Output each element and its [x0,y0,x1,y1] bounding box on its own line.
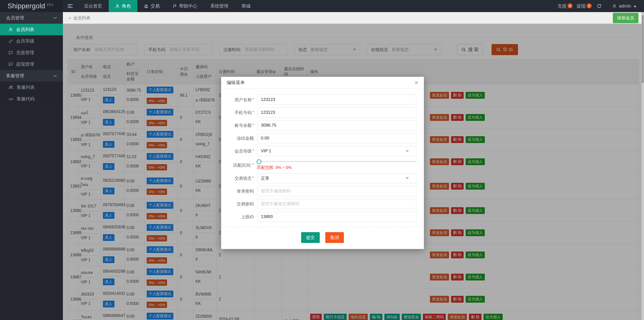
frozen-label: 冻结金额 [237,136,254,141]
sidebar-item-member-level[interactable]: 会员等级 [0,35,63,47]
trade-status-label: 交易状态 [234,176,252,181]
chevron-down-icon [53,17,57,19]
required-asterisk: * [252,110,254,114]
member-level-select[interactable]: VIP 1 [257,146,416,156]
submit-button[interactable]: 提交 [301,232,320,243]
flag-icon [173,4,177,8]
admin-username: admin [619,4,631,9]
breadcrumb-bar: » 会员列表 添加会员 [63,12,644,24]
parent-id-label: 上级ID [241,215,254,219]
username-field[interactable] [257,95,416,105]
login-password-field[interactable] [257,186,416,196]
modal-title: 编辑菜单 [227,80,245,86]
required-asterisk: * [252,175,254,180]
member-level-value: VIP 1 [261,149,271,154]
top-bar: Shippergold V3.0 后台首页 角色 交易 帮助中心 系统管理 商城… [0,0,644,12]
person-icon [115,4,119,8]
person-icon [612,4,617,8]
sidebar-item-member-list[interactable]: 会员列表 [0,24,63,35]
edit-member-modal: 编辑菜单 × 用户名称* 手机号码* 账号余额* 冻结金额 会员等级* VIP … [221,77,424,249]
sidebar-section-service-mgmt[interactable]: 客服管理 [0,70,63,82]
chevron-right-icon: » [68,15,71,21]
sidebar-item-service-code[interactable]: </> 客服代码 [0,93,63,105]
frozen-amount-field[interactable] [257,133,416,143]
phone-field[interactable] [257,108,416,118]
sidebar-section-member-mgmt[interactable]: 会员管理 [0,12,63,24]
nav-item-trade[interactable]: 交易 [137,0,166,12]
sidebar: 会员管理 会员列表 会员等级 充值管理 提现管理 客服管理 客服列表 </> 客… [0,12,63,320]
level-label: 会员等级 [234,149,252,154]
required-asterisk: * [252,148,254,153]
trade-password-label: 交易密码 [237,202,254,206]
chevron-down-icon [406,150,409,152]
chevron-up-icon [633,5,636,7]
hamburger-menu-icon[interactable] [63,0,77,12]
cancel-button[interactable]: 取消 [325,232,344,243]
nav-item-help-center[interactable]: 帮助中心 [166,0,204,12]
trade-status-value: 正常 [261,175,269,181]
required-asterisk: * [252,162,254,167]
required-asterisk: * [252,123,254,127]
balance-field[interactable] [257,120,416,130]
balance-label: 账号余额 [234,123,252,128]
scrollbar-thumb[interactable] [642,15,644,83]
add-member-button[interactable]: 添加会员 [613,13,638,23]
chevron-down-icon [406,177,409,180]
trade-status-select[interactable]: 正常 [257,173,416,183]
breadcrumb-current: 会员列表 [73,15,91,21]
users-icon [9,85,13,90]
link-icon [9,39,13,43]
nav-item-mall[interactable]: 商城 [235,0,257,12]
slider-handle[interactable] [257,159,261,164]
modal-footer: 提交 取消 [221,227,424,249]
match-range-hint: 匹配范围: 0% ~ 0% [257,165,416,170]
breadcrumb: » 会员列表 [68,15,91,21]
required-asterisk: * [252,97,254,101]
close-icon[interactable]: × [415,79,418,86]
username-label: 用户名称 [234,97,252,102]
login-password-label: 登录密码 [237,189,254,194]
trade-password-field[interactable] [257,199,416,209]
app-version: V3.0 [47,3,53,7]
nav-item-system[interactable]: 系统管理 [204,0,235,12]
app-logo: Shippergold V3.0 [0,0,63,12]
admin-user-menu[interactable]: admin [608,4,644,9]
app-logo-text: Shippergold [8,2,45,10]
sidebar-item-withdraw-mgmt[interactable]: 提现管理 [0,58,63,70]
scales-icon [144,4,148,8]
nav-item-dashboard[interactable]: 后台首页 [77,0,109,12]
chevron-down-icon [53,75,57,77]
withdraw-link[interactable]: 提现 2 [572,3,591,9]
refresh-icon[interactable] [591,4,608,9]
match-range-label: 匹配区间: [233,163,252,168]
phone-label: 手机号码 [234,110,252,115]
recharge-link[interactable]: 充值 6 [552,3,572,9]
match-range-slider[interactable] [257,161,416,162]
topbar-right: 充值 6 提现 2 admin [552,0,644,12]
sidebar-item-service-list[interactable]: 客服列表 [0,82,63,93]
modal-body: 用户名称* 手机号码* 账号余额* 冻结金额 会员等级* VIP 1 匹配区间:… [221,89,424,222]
comment-icon [9,51,13,55]
page-scrollbar[interactable] [641,12,644,320]
withdraw-badge: 2 [587,3,592,8]
code-icon: </> [9,97,13,101]
person-icon [9,27,13,32]
modal-header: 编辑菜单 × [221,77,424,89]
nav-item-roles[interactable]: 角色 [109,0,137,12]
sidebar-item-recharge-mgmt[interactable]: 充值管理 [0,47,63,58]
parent-id-field[interactable] [257,212,416,222]
comment-icon [9,62,13,66]
